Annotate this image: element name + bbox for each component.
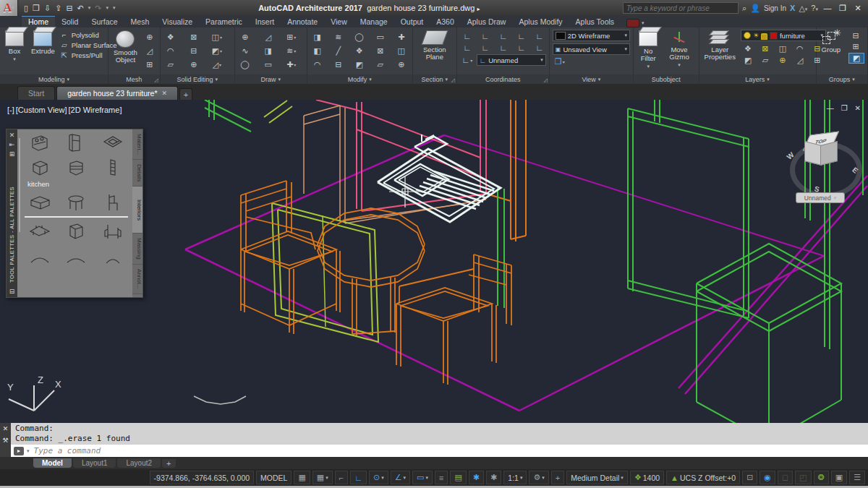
command-prompt-icon[interactable]: ▸ [14, 447, 24, 455]
panel-label-modeling[interactable]: Modeling▾ [0, 74, 108, 84]
group-button[interactable]: ✳Group [820, 30, 843, 54]
draw-tool-1-button[interactable]: ⊕ [238, 30, 252, 43]
isometric-drafting[interactable]: ∠▾ [391, 471, 410, 484]
modify-tool-7-button[interactable]: ╱ [331, 44, 346, 57]
ucs-tool-10-button[interactable]: ∟ [532, 42, 547, 53]
customization-plus[interactable]: + [551, 471, 564, 484]
new-drawing-tab-button[interactable]: + [179, 88, 192, 100]
ucs-tool-6-button[interactable]: ∟ [460, 42, 475, 53]
ribbon-tab-parametric[interactable]: Parametric [199, 17, 249, 27]
ribbon-tab-visualize[interactable]: Visualize [156, 17, 199, 27]
viewport-minimize-button[interactable]: — [827, 104, 834, 112]
layer-on-icon[interactable] [744, 32, 751, 39]
ucs-icon-button[interactable]: ∟▾ [460, 56, 475, 64]
modify-tool-11-button[interactable]: ◠ [310, 58, 325, 71]
ucs-tool-4-button[interactable]: ∟ [514, 30, 529, 41]
modify-tool-9-button[interactable]: ⊠ [373, 44, 388, 57]
layer-color-swatch[interactable] [770, 32, 778, 40]
solid-edit-6-button[interactable]: ◩▾ [210, 44, 224, 57]
drawing-tab-active[interactable]: garden house 23 furniture*✕ [56, 86, 178, 100]
panel-label-subobject[interactable]: Subobject [634, 74, 699, 84]
no-filter-button[interactable]: No Filter▾ [637, 30, 660, 69]
annotation-doc[interactable]: ▤ [450, 471, 466, 484]
palette-item-armchair[interactable] [95, 219, 131, 244]
ribbon-tab-aplus-draw[interactable]: Aplus Draw [461, 17, 513, 27]
graphics-performance[interactable]: ❂ [814, 471, 829, 484]
modify-tool-1-button[interactable]: ◨ [310, 30, 325, 43]
palette-scroll-indicator[interactable] [19, 138, 20, 232]
draw-tool-5-button[interactable]: ◨ [261, 44, 276, 57]
panel-label-draw[interactable]: Draw▾ [235, 74, 307, 84]
view-cube[interactable]: W S E TOP Unnamed▾ [786, 126, 858, 205]
clean-screen[interactable]: ▣ [831, 471, 847, 484]
smooth-object-button[interactable]: Smooth Object [111, 30, 140, 64]
panel-label-solid-editing[interactable]: Solid Editing▾ [161, 74, 234, 84]
modify-tool-15-button[interactable]: ⊕ [394, 58, 409, 71]
modify-tool-5-button[interactable]: ✚ [394, 30, 409, 43]
annotation-autoscale[interactable]: ✱ [486, 471, 501, 484]
modify-tool-6-button[interactable]: ◧ [310, 44, 325, 57]
layer-properties-button[interactable]: Layer Properties [702, 30, 738, 61]
solid-edit-2-button[interactable]: ⊠ [187, 30, 201, 43]
palette-item-stove[interactable] [22, 131, 58, 155]
panel-label-section[interactable]: Section▾◿ [413, 74, 456, 84]
panel-label-layers[interactable]: Layers▾ [699, 74, 816, 84]
ucs-tool-5-button[interactable]: ∟ [532, 30, 547, 41]
ribbon-tab-mesh[interactable]: Mesh [124, 17, 156, 27]
command-customize-icon[interactable]: ⚒ [2, 437, 8, 444]
palette-properties-icon[interactable]: ⊞ [9, 150, 15, 158]
mesh-tool-3-button[interactable]: ⊞ [142, 58, 157, 71]
new-layout-button[interactable]: + [162, 459, 175, 468]
palette-item-cabinet[interactable] [58, 219, 94, 244]
layer-tool-9-button[interactable]: ◿ [793, 55, 807, 66]
object-snap[interactable]: ▭▾ [412, 471, 433, 484]
ribbon-tab-aplus-modify[interactable]: Aplus Modify [512, 17, 569, 27]
section-plane-button[interactable]: Section Plane [416, 30, 454, 61]
palette-item-base-cabinet[interactable] [22, 155, 58, 180]
alert-icon[interactable]: △▾ [799, 4, 807, 13]
ortho-mode[interactable]: ∟ [350, 471, 367, 484]
palette-autohide-icon[interactable]: ⇤ [9, 141, 15, 148]
palette-settings-icon[interactable]: ⊟ [9, 288, 15, 295]
solid-edit-7-button[interactable]: ▱ [163, 58, 178, 71]
ucs-indicator-pill[interactable]: Unnamed▾ [796, 192, 845, 203]
draw-tool-7-button[interactable]: ◯ [238, 58, 252, 71]
solid-edit-9-button[interactable]: ◿▾ [210, 58, 224, 71]
lineweight[interactable]: ≡ [435, 471, 448, 484]
palette-item-sideboard[interactable] [22, 190, 58, 215]
command-close-icon[interactable]: ✕ [3, 425, 9, 432]
ucs-tool-3-button[interactable]: ∟ [496, 30, 511, 41]
palette-item-arc-a[interactable] [22, 244, 58, 268]
layer-tool-4-button[interactable]: ◠ [793, 43, 807, 54]
extrude-tool-button[interactable]: Extrude [29, 30, 57, 56]
group-selection-toggle[interactable]: ◩ [848, 53, 864, 64]
drawing-area[interactable]: YZX [-] [Custom View] [2D Wireframe] — ❐… [0, 100, 868, 423]
panel-label-mesh[interactable]: Mesh◿ [109, 74, 160, 84]
snap-mode[interactable]: ▦▾ [312, 471, 333, 484]
isolate-objects[interactable]: ⊡ [742, 471, 757, 484]
window-maximize-button[interactable]: ❐ [837, 4, 848, 13]
panel-label-coordinates[interactable]: Coordinates◿ [457, 74, 549, 84]
mesh-tool-2-button[interactable]: ◿ [142, 44, 157, 57]
new-button[interactable]: ▯ [24, 4, 28, 13]
ribbon-tab-manage[interactable]: Manage [354, 17, 394, 27]
view-manager-button[interactable]: ❒▾ [553, 57, 567, 67]
modify-tool-8-button[interactable]: ❖ [352, 44, 367, 57]
viewport-restore-button[interactable]: ❐ [841, 104, 848, 112]
application-menu-button[interactable]: A▾ [0, 0, 18, 16]
draw-tool-2-button[interactable]: ◿ [261, 30, 276, 43]
polar-tracking[interactable]: ⊙▾ [369, 471, 388, 484]
palette-item-dining-set[interactable] [22, 219, 58, 244]
layer-tool-6-button[interactable]: ◩ [741, 55, 755, 66]
view-dropdown[interactable]: ▣Unsaved View▾ [553, 43, 630, 55]
command-input[interactable] [33, 445, 868, 456]
layout-tab-model[interactable]: Model [33, 458, 72, 468]
palette-tab-annot[interactable]: Annot... [132, 265, 142, 294]
drawing-grid[interactable]: ▦ [294, 471, 310, 484]
redo-dropdown-icon[interactable]: ▾ [106, 5, 109, 11]
layer-tool-2-button[interactable]: ⊠ [758, 43, 773, 54]
palette-item-wall-shelf[interactable] [95, 155, 131, 180]
layer-tool-7-button[interactable]: ▱ [758, 55, 773, 66]
coordinates[interactable]: -9374.866, -3764.635, 0.000 [150, 471, 255, 484]
box-tool-button[interactable]: Box▾ [3, 30, 26, 62]
